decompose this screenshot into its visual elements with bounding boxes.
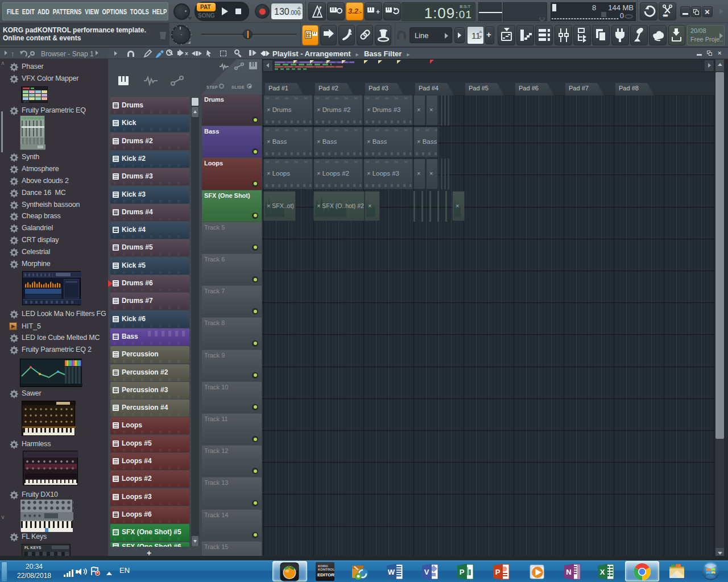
svg-text:N: N [566, 568, 571, 576]
svg-text:W: W [388, 568, 395, 576]
svg-text:P: P [460, 568, 465, 576]
svg-text:X: X [600, 568, 605, 576]
svg-text:V: V [424, 568, 429, 576]
svg-text:P: P [495, 568, 500, 576]
